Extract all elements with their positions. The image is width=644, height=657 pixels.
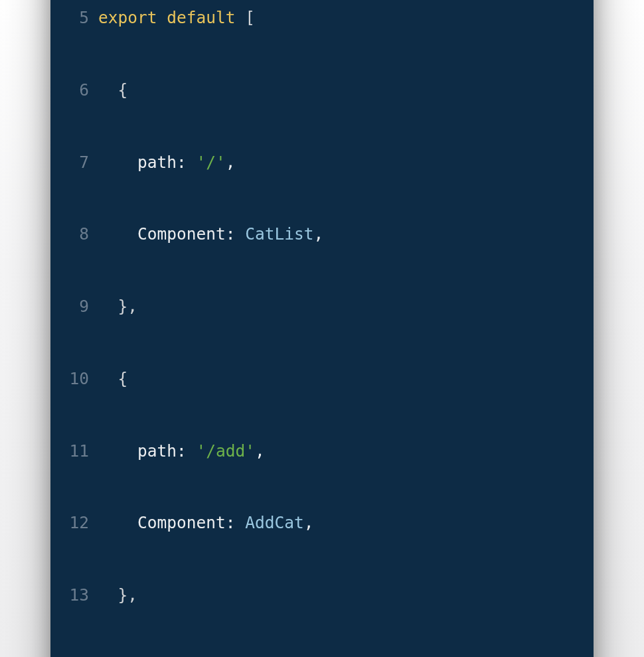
code-text: }, [118,297,138,316]
string-literal: '/add' [197,441,256,461]
line-number: 12 [66,511,98,535]
code-text: [ [245,8,255,27]
code-text: , [304,513,314,532]
code-text: Component: [137,513,236,532]
code-line: 10 { [66,367,578,391]
line-number: 10 [66,367,98,391]
code-line: 9 }, [66,295,578,319]
code-text [157,8,167,27]
code-text: Component: [137,224,236,244]
identifier: AddCat [245,513,304,532]
keyword: default [167,8,235,27]
line-number: 8 [66,222,98,246]
code-text: , [314,224,324,244]
code-line: 13 }, [66,583,578,607]
line-number: 11 [66,439,98,463]
code-text: path: [137,153,187,172]
code-text [236,8,246,27]
code-line: 12 Component: AddCat, [66,511,578,535]
code-text: }, [118,585,138,605]
code-line: 11 path: '/add', [66,439,578,463]
code-line: 8 Component: CatList, [66,222,578,246]
line-number: 9 [66,295,98,319]
code-text: path: [137,441,187,461]
keyword: export [98,8,157,27]
code-window: 1import CatList from './pages/CatList'; … [50,0,594,657]
identifier: CatList [245,224,313,244]
string-literal: '/' [197,153,226,172]
line-number: 5 [66,6,98,30]
line-number: 7 [66,151,98,175]
code-line: 7 path: '/', [66,151,578,175]
code-text: , [255,441,265,461]
line-number: 13 [66,583,98,607]
code-line: 6 { [66,78,578,102]
code-block: 1import CatList from './pages/CatList'; … [66,0,578,657]
code-line: 5export default [ [66,6,578,30]
code-text: { [118,369,128,388]
code-text: { [118,80,128,100]
line-number: 6 [66,78,98,102]
code-text: , [226,153,236,172]
